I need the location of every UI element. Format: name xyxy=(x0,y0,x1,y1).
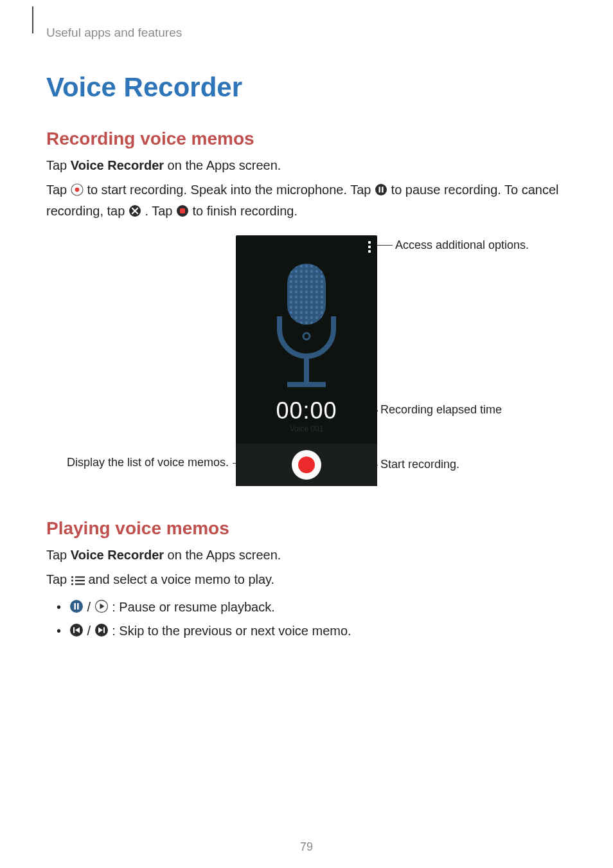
svg-rect-28 xyxy=(77,603,79,610)
svg-rect-7 xyxy=(180,208,185,213)
svg-point-24 xyxy=(71,583,73,585)
playback-controls-list: / : Pause or resume playback. / : Skip t… xyxy=(46,596,567,644)
stop-icon xyxy=(176,203,189,222)
svg-rect-10 xyxy=(287,264,326,325)
svg-rect-27 xyxy=(74,603,76,610)
play-outline-icon xyxy=(94,598,109,620)
playing-paragraph-1: Tap Voice Recorder on the Apps screen. xyxy=(46,545,567,565)
svg-rect-3 xyxy=(379,187,380,193)
svg-rect-25 xyxy=(75,583,85,584)
breadcrumb: Useful apps and features xyxy=(46,26,567,40)
record-icon xyxy=(71,182,84,201)
record-button[interactable] xyxy=(292,450,321,480)
callout-list: Display the list of voice memos. xyxy=(62,456,229,469)
svg-rect-31 xyxy=(73,628,75,633)
svg-point-2 xyxy=(375,184,387,195)
svg-point-11 xyxy=(303,333,310,339)
skip-next-icon xyxy=(94,622,109,644)
svg-rect-13 xyxy=(287,382,326,387)
svg-rect-12 xyxy=(304,356,309,382)
recording-paragraph-2: Tap to start recording. Speak into the m… xyxy=(46,180,567,222)
pause-filled-icon xyxy=(69,598,84,620)
section-heading-playing: Playing voice memos xyxy=(46,518,567,539)
playing-paragraph-2: Tap and select a voice memo to play. xyxy=(46,570,567,591)
figure-voice-recorder: Display the list of voice memos. Access … xyxy=(46,235,567,493)
timer-subtext: Voice 001 xyxy=(236,424,377,433)
recording-paragraph-1: Tap Voice Recorder on the Apps screen. xyxy=(46,156,567,175)
svg-rect-23 xyxy=(75,580,85,581)
phone-screenshot: 00:00 Voice 001 xyxy=(236,235,377,486)
callout-record: Start recording. xyxy=(380,458,459,471)
svg-rect-33 xyxy=(103,628,105,633)
list-item: / : Pause or resume playback. xyxy=(59,596,567,620)
list-item: / : Skip to the previous or next voice m… xyxy=(59,620,567,644)
skip-prev-icon xyxy=(69,622,84,644)
timer-display: 00:00 xyxy=(236,397,377,424)
svg-rect-21 xyxy=(75,576,85,577)
cancel-icon xyxy=(129,203,141,222)
page-title: Voice Recorder xyxy=(46,72,567,103)
svg-point-1 xyxy=(75,188,80,192)
pause-icon xyxy=(375,182,387,201)
section-heading-recording: Recording voice memos xyxy=(46,129,567,149)
overflow-menu-icon[interactable] xyxy=(368,239,371,255)
svg-rect-4 xyxy=(382,187,383,193)
svg-point-26 xyxy=(70,600,83,613)
callout-options: Access additional options. xyxy=(395,239,529,252)
list-icon xyxy=(71,572,85,591)
microphone-icon xyxy=(268,264,345,392)
page-number: 79 xyxy=(0,840,613,854)
svg-point-20 xyxy=(71,576,73,578)
callout-elapsed: Recording elapsed time xyxy=(380,403,502,417)
svg-point-22 xyxy=(71,579,73,581)
